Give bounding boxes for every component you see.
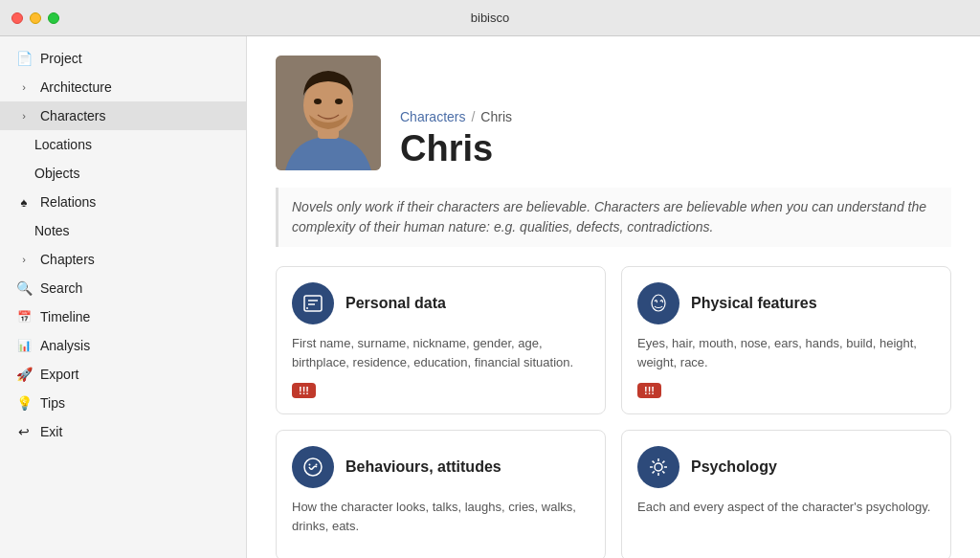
card-physical-features[interactable]: Physical features Eyes, hair, mouth, nos…	[621, 266, 951, 414]
titlebar: bibisco	[0, 0, 980, 36]
psychology-icon	[637, 446, 679, 488]
project-icon: 📄	[15, 51, 33, 66]
card-behaviours-attitudes[interactable]: Behaviours, attitudes How the character …	[276, 430, 606, 558]
svg-line-18	[662, 471, 664, 473]
character-avatar	[276, 56, 381, 170]
breadcrumb: Characters / Chris	[400, 109, 512, 124]
svg-point-10	[309, 464, 311, 466]
main-content: Characters / Chris Chris Novels only wor…	[247, 36, 980, 558]
sidebar-item-label: Exit	[40, 424, 62, 439]
sidebar-item-label: Relations	[40, 194, 96, 210]
svg-point-12	[655, 463, 662, 471]
svg-line-20	[653, 471, 655, 473]
card-header: Behaviours, attitudes	[292, 446, 590, 488]
sidebar-item-label: Search	[40, 280, 82, 296]
sidebar-item-label: Objects	[34, 166, 79, 181]
sidebar-item-label: Locations	[34, 137, 92, 152]
card-header: Physical features	[637, 282, 935, 324]
app-title: bibisco	[471, 11, 509, 25]
card-psychology[interactable]: Psychology Each and every aspect of the …	[621, 430, 951, 558]
sidebar-item-architecture[interactable]: › Architecture	[0, 73, 246, 101]
card-description: How the character looks, talks, laughs, …	[292, 498, 590, 535]
card-description: First name, surname, nickname, gender, a…	[292, 334, 590, 371]
sidebar: 📄 Project › Architecture › Characters Lo…	[0, 36, 247, 558]
relations-icon: ♠	[15, 195, 33, 210]
card-title: Personal data	[345, 295, 446, 312]
card-badge: !!!	[637, 383, 661, 398]
sidebar-item-locations[interactable]: Locations	[0, 130, 246, 159]
minimize-button[interactable]	[30, 12, 41, 24]
sidebar-item-notes[interactable]: Notes	[0, 216, 246, 245]
character-name-section: Characters / Chris Chris	[400, 109, 512, 170]
sidebar-item-label: Export	[40, 367, 78, 382]
sidebar-item-label: Timeline	[40, 309, 90, 324]
svg-point-11	[316, 464, 318, 466]
sidebar-item-project[interactable]: 📄 Project	[0, 44, 246, 73]
intro-quote: Novels only work if their characters are…	[276, 188, 951, 247]
sidebar-item-export[interactable]: 🚀 Export	[0, 360, 246, 389]
behaviours-icon	[292, 446, 334, 488]
sidebar-item-characters[interactable]: › Characters	[0, 101, 246, 130]
cards-grid: Personal data First name, surname, nickn…	[276, 266, 951, 558]
breadcrumb-current: Chris	[480, 109, 512, 124]
sidebar-item-search[interactable]: 🔍 Search	[0, 274, 246, 302]
svg-point-3	[314, 99, 322, 104]
chevron-icon: ›	[15, 110, 33, 122]
character-name: Chris	[400, 130, 512, 170]
sidebar-item-objects[interactable]: Objects	[0, 159, 246, 188]
sidebar-item-analysis[interactable]: 📊 Analysis	[0, 331, 246, 360]
tips-icon: 💡	[15, 395, 33, 411]
traffic-lights	[11, 12, 59, 24]
card-title: Psychology	[691, 458, 777, 476]
svg-line-17	[653, 461, 655, 463]
sidebar-item-label: Project	[40, 51, 82, 66]
card-badge: !!!	[292, 383, 316, 398]
svg-line-19	[662, 461, 664, 463]
exit-icon: ↩	[15, 424, 33, 439]
svg-point-8	[306, 307, 308, 309]
card-title: Behaviours, attitudes	[345, 458, 501, 476]
timeline-icon: 📅	[15, 310, 33, 324]
personal-data-icon	[292, 282, 334, 324]
card-personal-data[interactable]: Personal data First name, surname, nickn…	[276, 266, 606, 414]
app-body: 📄 Project › Architecture › Characters Lo…	[0, 36, 980, 558]
sidebar-item-label: Characters	[40, 108, 105, 123]
chevron-icon: ›	[15, 81, 33, 93]
sidebar-item-tips[interactable]: 💡 Tips	[0, 389, 246, 417]
sidebar-item-timeline[interactable]: 📅 Timeline	[0, 302, 246, 331]
card-header: Psychology	[637, 446, 935, 488]
sidebar-item-label: Analysis	[40, 338, 90, 353]
card-title: Physical features	[691, 295, 817, 312]
sidebar-item-label: Notes	[34, 223, 70, 238]
breadcrumb-link[interactable]: Characters	[400, 109, 465, 124]
sidebar-item-relations[interactable]: ♠ Relations	[0, 188, 246, 216]
maximize-button[interactable]	[48, 12, 59, 24]
export-icon: 🚀	[15, 367, 33, 382]
svg-point-4	[335, 99, 343, 104]
breadcrumb-separator: /	[471, 109, 475, 124]
card-description: Eyes, hair, mouth, nose, ears, hands, bu…	[637, 334, 935, 371]
sidebar-item-label: Tips	[40, 395, 65, 411]
search-icon: 🔍	[15, 280, 33, 296]
sidebar-item-label: Chapters	[40, 252, 95, 267]
character-header: Characters / Chris Chris	[276, 56, 951, 170]
chevron-icon: ›	[15, 254, 33, 265]
card-header: Personal data	[292, 282, 590, 324]
physical-features-icon	[637, 282, 679, 324]
sidebar-item-exit[interactable]: ↩ Exit	[0, 417, 246, 446]
analysis-icon: 📊	[15, 339, 33, 352]
close-button[interactable]	[11, 12, 23, 24]
sidebar-item-label: Architecture	[40, 79, 112, 95]
sidebar-item-chapters[interactable]: › Chapters	[0, 245, 246, 274]
card-description: Each and every aspect of the character's…	[637, 498, 935, 517]
